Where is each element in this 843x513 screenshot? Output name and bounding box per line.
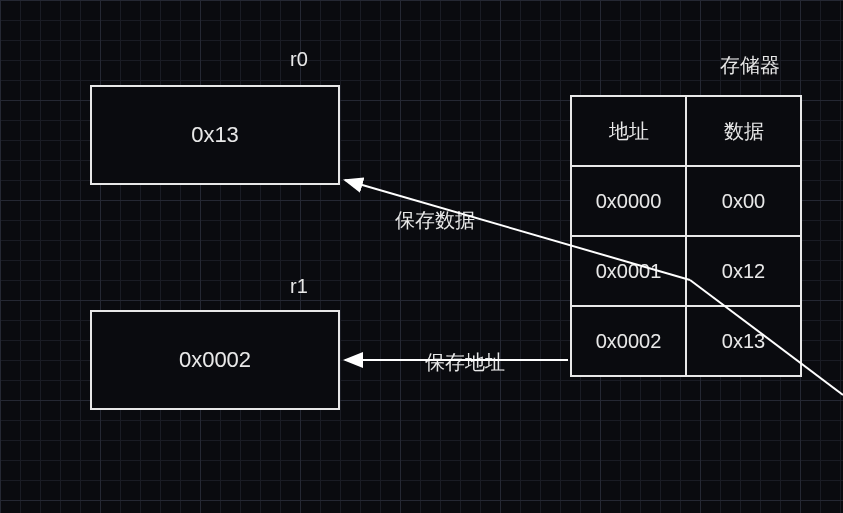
- register-r1-value: 0x0002: [179, 347, 251, 373]
- register-r0-value: 0x13: [191, 122, 239, 148]
- memory-title: 存储器: [720, 52, 780, 79]
- memory-header-data: 数据: [686, 96, 801, 166]
- memory-table: 地址 数据 0x0000 0x00 0x0001 0x12 0x0002 0x1…: [570, 95, 802, 377]
- memory-row: 0x0002 0x13: [571, 306, 801, 376]
- memory-row: 0x0000 0x00: [571, 166, 801, 236]
- register-r1-label: r1: [290, 275, 308, 298]
- memory-data-1: 0x12: [686, 236, 801, 306]
- register-r1-box: 0x0002: [90, 310, 340, 410]
- memory-addr-1: 0x0001: [571, 236, 686, 306]
- arrow-save-data-label: 保存数据: [395, 207, 475, 234]
- memory-header-addr: 地址: [571, 96, 686, 166]
- register-r0-label: r0: [290, 48, 308, 71]
- memory-addr-0: 0x0000: [571, 166, 686, 236]
- memory-header-row: 地址 数据: [571, 96, 801, 166]
- register-r0-box: 0x13: [90, 85, 340, 185]
- diagram-root: r0 0x13 r1 0x0002 存储器 地址 数据 0x0000 0x00 …: [0, 0, 843, 513]
- memory-row: 0x0001 0x12: [571, 236, 801, 306]
- memory-data-2: 0x13: [686, 306, 801, 376]
- memory-addr-2: 0x0002: [571, 306, 686, 376]
- arrow-save-addr-label: 保存地址: [425, 349, 505, 376]
- memory-data-0: 0x00: [686, 166, 801, 236]
